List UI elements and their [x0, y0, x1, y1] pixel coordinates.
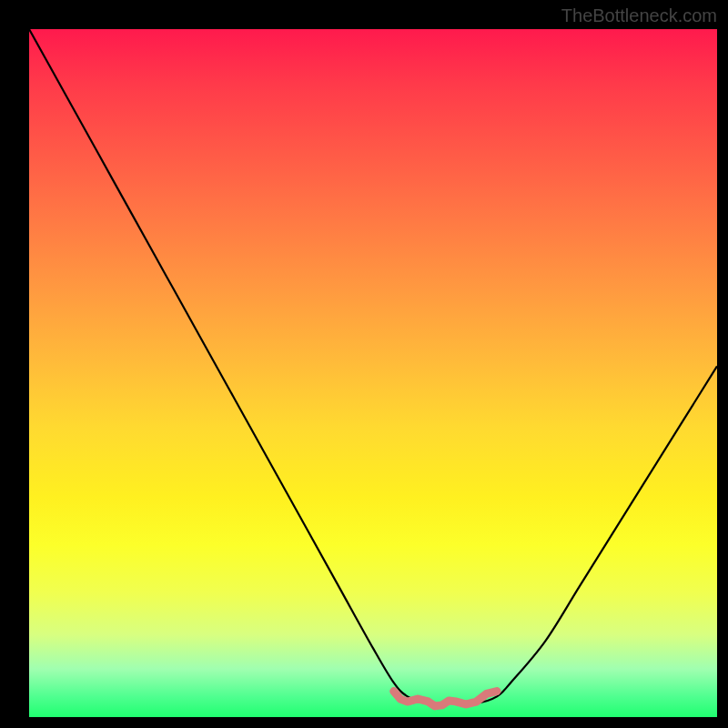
optimal-range-path [394, 692, 497, 706]
chart-plot-area [29, 29, 717, 717]
watermark-text: TheBottleneck.com [561, 5, 717, 26]
bottleneck-curve-path [29, 29, 717, 703]
chart-svg [29, 29, 717, 717]
